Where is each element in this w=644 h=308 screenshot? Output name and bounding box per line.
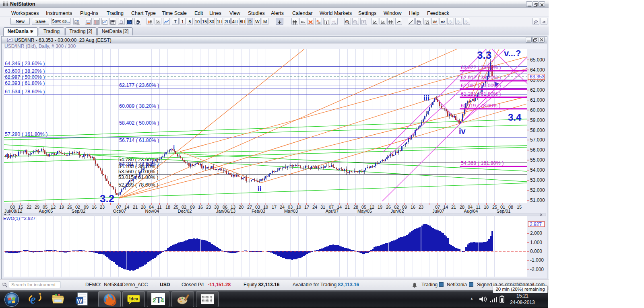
svg-text:21: 21 [451, 205, 456, 209]
svg-text:0.000: 0.000 [530, 248, 542, 254]
svg-text:60.089 ( 38.20% ): 60.089 ( 38.20% ) [119, 103, 159, 109]
svg-text:17: 17 [272, 205, 277, 209]
svg-text:21: 21 [345, 205, 350, 209]
svg-text:16: 16 [411, 205, 415, 209]
svg-text:Jun/02: Jun/02 [390, 209, 404, 214]
svg-text:51.000: 51.000 [530, 197, 545, 203]
svg-text:i: i [173, 144, 175, 151]
svg-text:57.000: 57.000 [530, 137, 545, 143]
svg-text:55.000: 55.000 [530, 157, 545, 163]
svg-text:3.2: 3.2 [100, 193, 114, 205]
svg-text:60.119 ( 78.60% ): 60.119 ( 78.60% ) [461, 103, 500, 109]
svg-text:54.368 ( 161.80% ): 54.368 ( 161.80% ) [461, 160, 504, 166]
svg-text:26: 26 [386, 205, 391, 209]
svg-text:2.000: 2.000 [530, 230, 542, 236]
svg-text:Apr/07: Apr/07 [326, 209, 339, 214]
svg-text:2.927: 2.927 [530, 222, 542, 227]
svg-text:v...?: v...? [504, 48, 521, 58]
svg-text:63.353: 63.353 [530, 74, 545, 80]
svg-text:17: 17 [304, 205, 309, 209]
svg-text:64.000: 64.000 [530, 67, 545, 73]
svg-text:EWO(1) =2.927: EWO(1) =2.927 [3, 216, 35, 221]
svg-text:63.600 ( 38.20% ): 63.600 ( 38.20% ) [5, 68, 45, 74]
svg-text:1.000: 1.000 [530, 240, 542, 245]
svg-text:53.560 ( 50.00% ): 53.560 ( 50.00% ) [118, 169, 158, 175]
svg-text:58.000: 58.000 [530, 127, 545, 133]
svg-text:Nov/04: Nov/04 [145, 209, 159, 214]
svg-text:24: 24 [312, 205, 317, 209]
svg-text:62.393 ( 61.80% ): 62.393 ( 61.80% ) [5, 80, 45, 86]
svg-text:23: 23 [100, 205, 105, 209]
svg-text:54.105 ( 38.20% ): 54.105 ( 38.20% ) [118, 164, 158, 169]
svg-text:23: 23 [419, 205, 423, 209]
svg-text:62.912 ( 38.20% ): 62.912 ( 38.20% ) [461, 75, 501, 80]
svg-text:20: 20 [239, 205, 244, 209]
svg-text:16: 16 [92, 205, 97, 209]
svg-text:3.4: 3.4 [508, 112, 522, 123]
svg-text:Jul/08/12: Jul/08/12 [4, 209, 23, 214]
svg-text:21: 21 [133, 205, 138, 209]
svg-text:61.281 ( 61.80% ): 61.281 ( 61.80% ) [461, 91, 501, 97]
svg-text:Aug/05: Aug/05 [39, 209, 53, 214]
svg-text:Mar/03: Mar/03 [284, 209, 298, 214]
svg-text:18: 18 [165, 205, 170, 209]
svg-text:56.000: 56.000 [530, 147, 545, 153]
svg-text:-2.000: -2.000 [530, 267, 544, 272]
svg-text:-1.000: -1.000 [530, 257, 544, 263]
svg-text:59.000: 59.000 [530, 117, 545, 123]
svg-text:60.000: 60.000 [530, 107, 545, 113]
svg-text:Oct/07: Oct/07 [113, 209, 126, 214]
svg-text:18: 18 [484, 205, 489, 209]
svg-text:Sep/02: Sep/02 [72, 209, 86, 214]
svg-text:May/05: May/05 [357, 209, 372, 214]
svg-text:15: 15 [517, 205, 522, 209]
svg-text:63.922 ( 23.60% ): 63.922 ( 23.60% ) [461, 65, 501, 70]
svg-text:61.534 ( 78.60% ): 61.534 ( 78.60% ) [5, 89, 45, 94]
svg-text:65.000: 65.000 [530, 57, 545, 63]
svg-text:53.000: 53.000 [530, 177, 545, 183]
svg-text:19: 19 [378, 205, 382, 209]
svg-text:Dec/02: Dec/02 [178, 209, 192, 214]
svg-text:58.402 ( 50.00% ): 58.402 ( 50.00% ) [119, 120, 159, 126]
svg-text:52.239 ( 78.60% ): 52.239 ( 78.60% ) [118, 182, 158, 188]
svg-text:19: 19 [59, 205, 64, 209]
svg-text:iii: iii [423, 94, 429, 102]
svg-text:Feb/03: Feb/03 [252, 209, 265, 214]
svg-text:31: 31 [320, 205, 325, 209]
svg-text:62.997 ( 50.00% ): 62.997 ( 50.00% ) [5, 74, 45, 80]
svg-text:iv: iv [459, 127, 466, 136]
svg-text:61.000: 61.000 [530, 97, 545, 103]
svg-text:3.3: 3.3 [477, 49, 491, 61]
svg-text:62.000: 62.000 [530, 87, 545, 93]
svg-text:56.714 ( 61.80% ): 56.714 ( 61.80% ) [119, 138, 159, 143]
svg-text:52.000: 52.000 [530, 187, 545, 193]
svg-text:54.000: 54.000 [530, 167, 545, 173]
svg-text:ii: ii [258, 185, 261, 193]
svg-text:64.346 ( 23.60% ): 64.346 ( 23.60% ) [5, 61, 45, 66]
svg-text:Jul/07: Jul/07 [432, 209, 444, 214]
svg-text:Jan/06/13: Jan/06/13 [216, 209, 235, 214]
svg-text:16: 16 [198, 205, 203, 209]
svg-text:Aug/04: Aug/04 [464, 209, 478, 214]
svg-text:22: 22 [27, 205, 31, 209]
svg-text:23: 23 [206, 205, 211, 209]
svg-text:62.177 ( 23.60% ): 62.177 ( 23.60% ) [119, 82, 159, 88]
svg-text:Sep/01: Sep/01 [497, 209, 511, 214]
